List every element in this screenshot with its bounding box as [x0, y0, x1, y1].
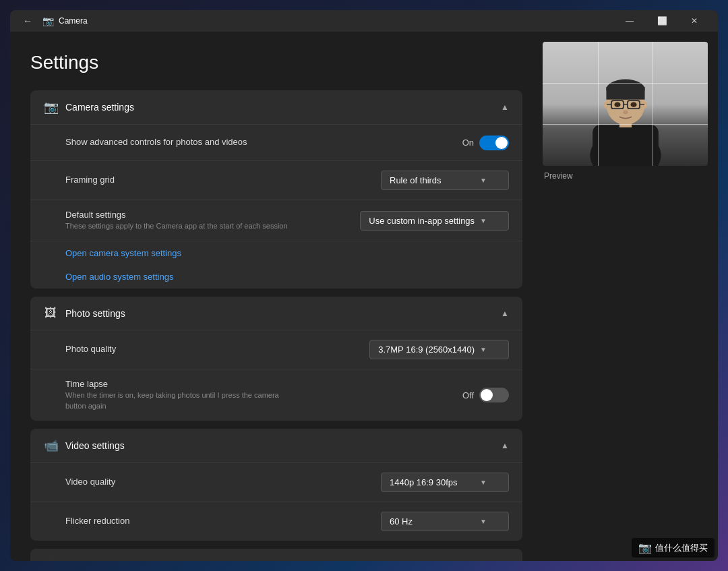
photo-quality-value: 3.7MP 16:9 (2560x1440)	[378, 344, 475, 355]
related-settings-title: Related settings	[65, 560, 133, 561]
close-button[interactable]: ✕	[679, 10, 710, 32]
svg-point-15	[623, 111, 628, 115]
camera-settings-icon: 📷	[44, 100, 57, 115]
back-button[interactable]: ←	[18, 11, 37, 30]
title-bar: ← 📷 Camera — ⬜ ✕	[10, 10, 718, 32]
watermark-text: 值什么值得买	[655, 542, 708, 554]
preview-panel: Preview	[543, 32, 718, 561]
framing-grid-value: Rule of thirds	[390, 175, 475, 185]
video-settings-title: Video settings	[65, 440, 125, 451]
svg-point-13	[614, 102, 620, 108]
time-lapse-state: Off	[462, 390, 474, 400]
framing-grid-row: Framing grid Rule of thirds ▼	[30, 161, 522, 200]
main-content: Settings 📷 Camera settings ▲ Show advanc…	[10, 32, 718, 561]
open-audio-link[interactable]: Open audio system settings	[30, 265, 522, 289]
related-settings-section: ⚙ Related settings ▲ Choose whether came…	[30, 549, 522, 561]
time-lapse-row: Time lapse When the timer is on, keep ta…	[30, 369, 522, 421]
camera-settings-chevron: ▲	[501, 102, 509, 112]
related-settings-header-left: ⚙ Related settings	[44, 558, 133, 561]
framing-grid-chevron-icon: ▼	[480, 177, 487, 184]
watermark: 📷 值什么值得买	[632, 538, 715, 558]
video-settings-section: 📹 Video settings ▲ Video quality 1440p 1…	[30, 429, 522, 541]
show-advanced-toggle-container: On	[462, 136, 509, 150]
video-quality-row: Video quality 1440p 16:9 30fps ▼	[30, 463, 522, 502]
default-settings-chevron-icon: ▼	[480, 217, 487, 224]
photo-quality-dropdown[interactable]: 3.7MP 16:9 (2560x1440) ▼	[369, 340, 509, 359]
flicker-reduction-row: Flicker reduction 60 Hz ▼	[30, 502, 522, 541]
toggle-thumb	[495, 137, 508, 149]
title-bar-left: ← 📷 Camera	[18, 11, 614, 30]
camera-settings-header-left: 📷 Camera settings	[44, 100, 134, 115]
camera-settings-header[interactable]: 📷 Camera settings ▲	[30, 90, 522, 125]
svg-point-14	[630, 102, 636, 108]
video-settings-icon: 📹	[44, 438, 57, 453]
framing-grid-dropdown[interactable]: Rule of thirds ▼	[381, 171, 509, 190]
toggle-thumb-2	[481, 389, 493, 401]
photo-quality-row: Photo quality 3.7MP 16:9 (2560x1440) ▼	[30, 330, 522, 369]
person-svg	[551, 54, 700, 165]
watermark-icon: 📷	[638, 541, 652, 554]
show-advanced-state: On	[462, 138, 474, 148]
framing-grid-label-container: Framing grid	[65, 175, 381, 186]
video-settings-chevron: ▲	[501, 441, 509, 450]
video-quality-chevron-icon: ▼	[480, 479, 487, 486]
show-advanced-label: Show advanced controls for photos and vi…	[65, 137, 462, 148]
video-settings-header[interactable]: 📹 Video settings ▲	[30, 429, 522, 463]
time-lapse-toggle-container: Off	[462, 388, 509, 402]
default-settings-label-container: Default settings These settings apply to…	[65, 210, 360, 231]
default-settings-row: Default settings These settings apply to…	[30, 200, 522, 241]
video-quality-dropdown[interactable]: 1440p 16:9 30fps ▼	[381, 473, 509, 492]
video-quality-value: 1440p 16:9 30fps	[390, 477, 475, 487]
minimize-button[interactable]: —	[614, 10, 645, 32]
default-settings-value: Use custom in-app settings	[369, 216, 475, 226]
photo-quality-chevron-icon: ▼	[480, 346, 487, 353]
camera-settings-title: Camera settings	[65, 102, 134, 113]
default-settings-dropdown[interactable]: Use custom in-app settings ▼	[360, 211, 509, 231]
page-title: Settings	[30, 52, 522, 73]
flicker-reduction-dropdown[interactable]: 60 Hz ▼	[381, 512, 509, 531]
app-window: ← 📷 Camera — ⬜ ✕ Settings	[10, 10, 718, 561]
photo-settings-header[interactable]: 🖼 Photo settings ▲	[30, 297, 522, 330]
window-controls: — ⬜ ✕	[614, 10, 710, 32]
photo-settings-chevron: ▲	[501, 309, 509, 318]
camera-settings-section: 📷 Camera settings ▲ Show advanced contro…	[30, 90, 522, 289]
camera-app-icon: 📷	[42, 16, 53, 26]
preview-label: Preview	[543, 171, 708, 181]
settings-panel: Settings 📷 Camera settings ▲ Show advanc…	[10, 32, 543, 561]
open-camera-link[interactable]: Open camera system settings	[30, 241, 522, 265]
time-lapse-toggle[interactable]	[479, 388, 509, 402]
time-lapse-label-container: Time lapse When the timer is on, keep ta…	[65, 379, 462, 411]
related-settings-icon: ⚙	[44, 558, 57, 561]
preview-scene	[543, 42, 708, 166]
preview-container	[543, 42, 708, 166]
photo-settings-title: Photo settings	[65, 308, 125, 319]
photo-quality-label-container: Photo quality	[65, 344, 369, 355]
app-title: Camera	[59, 16, 88, 26]
video-settings-header-left: 📹 Video settings	[44, 438, 125, 453]
flicker-reduction-value: 60 Hz	[390, 516, 475, 527]
show-advanced-toggle[interactable]	[479, 136, 509, 150]
svg-rect-5	[606, 87, 644, 100]
maximize-button[interactable]: ⬜	[646, 10, 677, 32]
photo-settings-icon: 🖼	[44, 306, 57, 320]
video-quality-label-container: Video quality	[65, 477, 381, 488]
flicker-reduction-chevron-icon: ▼	[480, 518, 487, 525]
photo-settings-header-left: 🖼 Photo settings	[44, 306, 125, 320]
photo-settings-section: 🖼 Photo settings ▲ Photo quality 3.7MP 1…	[30, 297, 522, 421]
svg-rect-1	[593, 125, 659, 166]
flicker-reduction-label-container: Flicker reduction	[65, 516, 381, 527]
show-advanced-row: Show advanced controls for photos and vi…	[30, 125, 522, 161]
related-settings-header[interactable]: ⚙ Related settings ▲	[30, 549, 522, 561]
